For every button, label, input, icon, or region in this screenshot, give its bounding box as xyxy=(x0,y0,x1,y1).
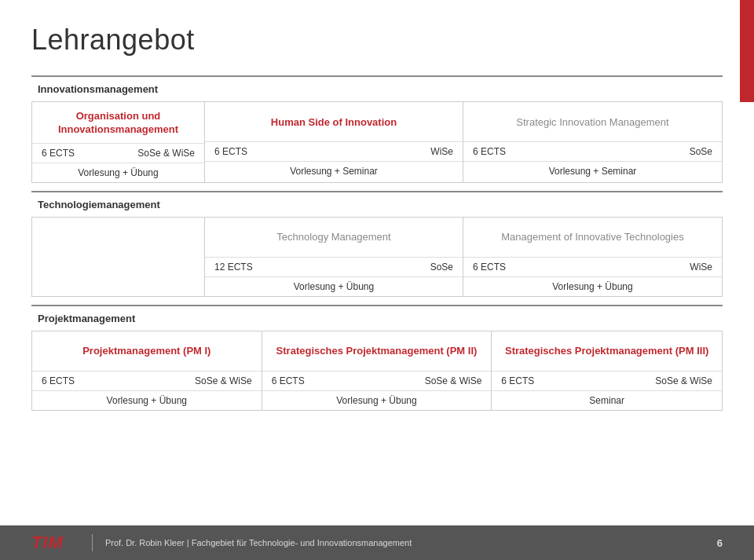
projekt-card-mid-title-area: Strategisches Projektmanagement (PM II) xyxy=(262,331,492,371)
footer: TIM Prof. Dr. Robin Kleer | Fachgebiet f… xyxy=(0,525,754,560)
projekt-card-left-ects: 6 ECTS xyxy=(42,375,75,386)
techno-card-mid: Technology Management 12 ECTS SoSe Vorle… xyxy=(205,218,463,296)
inno-card-right: Strategic Innovation Management 6 ECTS S… xyxy=(463,102,722,182)
section-projektmanagement: Projektmanagement Projektmanagement (PM … xyxy=(31,305,723,411)
projekt-card-mid-ects: 6 ECTS xyxy=(272,375,305,386)
page: Lehrangebot Innovationsmanagement Organi… xyxy=(0,0,754,560)
footer-page: 6 xyxy=(717,537,723,549)
inno-card-left-semester: SoSe & WiSe xyxy=(137,148,195,159)
projekt-card-mid-title: Strategisches Projektmanagement (PM II) xyxy=(276,345,478,358)
inno-card-mid-title-area: Human Side of Innovation xyxy=(205,102,463,141)
techno-card-right-type: Vorlesung + Übung xyxy=(463,276,722,296)
projekt-card-right-title: Strategisches Projektmanagement (PM III) xyxy=(505,345,708,358)
innovationsmanagement-grid: Organisation und Innovationsmanagement 6… xyxy=(31,101,723,183)
projekt-card-right-ects: 6 ECTS xyxy=(501,375,534,386)
projekt-card-mid-ects-row: 6 ECTS SoSe & WiSe xyxy=(262,371,492,390)
inno-card-left-title-area: Organisation und Innovationsmanagement xyxy=(32,102,204,143)
projekt-card-left-type: Vorlesung + Übung xyxy=(32,390,262,410)
projekt-card-right: Strategisches Projektmanagement (PM III)… xyxy=(492,331,722,410)
inno-card-right-semester: SoSe xyxy=(690,146,712,157)
techno-card-mid-semester: SoSe xyxy=(430,262,453,273)
projekt-card-right-ects-row: 6 ECTS SoSe & WiSe xyxy=(492,371,722,390)
inno-card-right-title-area: Strategic Innovation Management xyxy=(463,102,722,141)
page-title: Lehrangebot xyxy=(31,24,723,57)
main-content: Lehrangebot Innovationsmanagement Organi… xyxy=(0,0,754,466)
section-technologiemanagement: Technologiemanagement Technology Managem… xyxy=(31,191,723,297)
projektmanagement-grid: Projektmanagement (PM I) 6 ECTS SoSe & W… xyxy=(31,331,723,411)
inno-card-left-type: Vorlesung + Übung xyxy=(32,163,204,182)
projekt-card-left-semester: SoSe & WiSe xyxy=(195,375,252,386)
inno-card-left: Organisation und Innovationsmanagement 6… xyxy=(32,102,205,182)
inno-card-left-title: Organisation und Innovationsmanagement xyxy=(42,110,195,137)
projekt-card-mid: Strategisches Projektmanagement (PM II) … xyxy=(262,331,492,410)
section-label-projektmanagement: Projektmanagement xyxy=(31,305,723,331)
inno-card-right-ects: 6 ECTS xyxy=(473,146,506,157)
inno-card-right-ects-row: 6 ECTS SoSe xyxy=(463,141,722,161)
techno-card-right: Management of Innovative Technologies 6 … xyxy=(463,218,722,296)
inno-card-mid-ects-row: 6 ECTS WiSe xyxy=(205,141,463,161)
inno-card-mid: Human Side of Innovation 6 ECTS WiSe Vor… xyxy=(205,102,463,182)
inno-card-mid-ects: 6 ECTS xyxy=(214,146,247,157)
projekt-card-left-ects-row: 6 ECTS SoSe & WiSe xyxy=(32,371,262,390)
inno-card-mid-title: Human Side of Innovation xyxy=(271,116,397,130)
techno-card-right-ects: 6 ECTS xyxy=(473,262,506,273)
inno-card-right-type: Vorlesung + Seminar xyxy=(463,161,722,181)
accent-bar xyxy=(740,0,754,102)
techno-card-right-semester: WiSe xyxy=(690,262,712,273)
techno-card-right-ects-row: 6 ECTS WiSe xyxy=(463,257,722,276)
techno-card-right-title-area: Management of Innovative Technologies xyxy=(463,218,722,257)
projekt-card-left-title-area: Projektmanagement (PM I) xyxy=(32,331,262,371)
techno-card-right-title: Management of Innovative Technologies xyxy=(501,231,683,244)
footer-text: Prof. Dr. Robin Kleer | Fachgebiet für T… xyxy=(105,538,717,547)
techno-card-mid-ects-row: 12 ECTS SoSe xyxy=(205,257,463,276)
inno-card-mid-semester: WiSe xyxy=(430,146,453,157)
projekt-card-left: Projektmanagement (PM I) 6 ECTS SoSe & W… xyxy=(32,331,262,410)
techno-card-mid-title-area: Technology Management xyxy=(205,218,463,257)
projekt-card-mid-semester: SoSe & WiSe xyxy=(425,375,482,386)
projekt-card-right-semester: SoSe & WiSe xyxy=(655,375,712,386)
section-label-innovationsmanagement: Innovationsmanagement xyxy=(31,75,723,101)
projekt-card-right-type: Seminar xyxy=(492,390,722,410)
footer-divider xyxy=(92,534,93,551)
projekt-card-mid-type: Vorlesung + Übung xyxy=(262,390,492,410)
projekt-card-right-title-area: Strategisches Projektmanagement (PM III) xyxy=(492,331,722,371)
inno-card-left-ects: 6 ECTS xyxy=(42,148,75,159)
techno-card-mid-type: Vorlesung + Übung xyxy=(205,276,463,296)
technologiemanagement-grid: Technology Management 12 ECTS SoSe Vorle… xyxy=(31,217,723,297)
inno-card-mid-type: Vorlesung + Seminar xyxy=(205,161,463,181)
inno-card-right-title: Strategic Innovation Management xyxy=(516,116,668,130)
techno-empty xyxy=(32,218,205,296)
footer-logo: TIM xyxy=(31,533,64,553)
inno-card-left-ects-row: 6 ECTS SoSe & WiSe xyxy=(32,143,204,163)
projekt-card-left-title: Projektmanagement (PM I) xyxy=(82,345,210,358)
section-label-technologiemanagement: Technologiemanagement xyxy=(31,191,723,217)
section-innovationsmanagement: Innovationsmanagement Organisation und I… xyxy=(31,75,723,183)
techno-card-mid-ects: 12 ECTS xyxy=(214,262,253,273)
techno-card-mid-title: Technology Management xyxy=(276,231,390,244)
